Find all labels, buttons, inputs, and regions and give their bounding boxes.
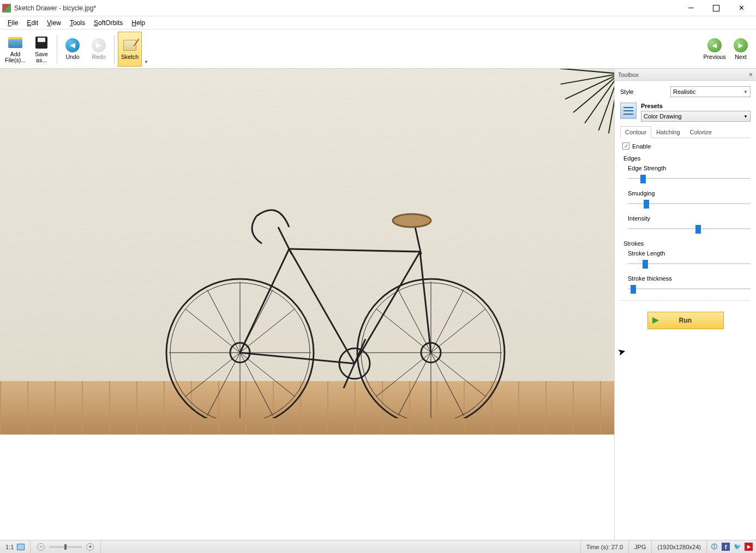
edges-group-label: Edges bbox=[620, 155, 751, 162]
svg-line-39 bbox=[431, 353, 464, 415]
svg-line-9 bbox=[240, 353, 355, 364]
presets-icon bbox=[620, 103, 637, 119]
previous-button[interactable]: ◄ Previous bbox=[703, 32, 727, 67]
svg-line-16 bbox=[185, 309, 240, 353]
next-icon: ► bbox=[734, 38, 748, 52]
tab-colorize[interactable]: Colorize bbox=[685, 126, 717, 138]
chevron-down-icon: ▼ bbox=[743, 114, 748, 119]
menu-edit[interactable]: Edit bbox=[22, 17, 43, 28]
svg-line-26 bbox=[207, 353, 240, 415]
youtube-icon[interactable]: ▶ bbox=[745, 543, 753, 551]
undo-button[interactable]: ◄ Undo bbox=[61, 32, 85, 67]
titlebar: Sketch Drawer - bicycle.jpg* bbox=[0, 0, 756, 16]
twitter-icon[interactable]: 🐦 bbox=[733, 543, 741, 551]
svg-line-12 bbox=[420, 252, 431, 353]
svg-line-27 bbox=[240, 353, 273, 415]
zoom-slider[interactable] bbox=[49, 546, 82, 548]
intensity-label: Intensity bbox=[628, 215, 751, 222]
svg-point-15 bbox=[393, 214, 431, 227]
menu-help[interactable]: Help bbox=[127, 17, 149, 28]
presets-select[interactable]: Color Drawing ▼ bbox=[641, 111, 751, 122]
style-select[interactable]: Realistic ▼ bbox=[670, 86, 751, 97]
zoom-out-button[interactable]: − bbox=[37, 543, 45, 551]
run-button[interactable]: Run bbox=[647, 312, 724, 329]
svg-line-14 bbox=[415, 224, 421, 254]
app-icon bbox=[2, 4, 11, 13]
sketch-button[interactable]: Sketch bbox=[118, 32, 142, 67]
svg-line-37 bbox=[431, 290, 464, 353]
maximize-button[interactable] bbox=[704, 1, 729, 16]
toolbox-header: Toolbox × bbox=[615, 69, 756, 81]
redo-icon: ► bbox=[92, 38, 106, 52]
svg-line-13 bbox=[278, 227, 292, 254]
menu-tools[interactable]: Tools bbox=[65, 17, 89, 28]
zoom-in-button[interactable]: + bbox=[86, 543, 94, 551]
intensity-slider[interactable] bbox=[628, 224, 751, 234]
run-arrow-icon bbox=[652, 316, 662, 325]
edge-strength-slider[interactable] bbox=[628, 174, 751, 183]
dims-cell: (1920x1280x24) bbox=[652, 540, 707, 553]
menu-view[interactable]: View bbox=[43, 17, 65, 28]
menu-softorbits[interactable]: SoftOrbits bbox=[89, 17, 127, 28]
sketch-dropdown[interactable]: ▼ bbox=[143, 32, 149, 67]
redo-button[interactable]: ► Redo bbox=[87, 32, 111, 67]
undo-icon: ◄ bbox=[65, 38, 80, 52]
window-controls bbox=[679, 1, 754, 16]
tab-contour[interactable]: Contour bbox=[620, 126, 651, 138]
menubar: File Edit View Tools SoftOrbits Help bbox=[0, 16, 756, 29]
tab-hatching[interactable]: Hatching bbox=[651, 126, 685, 138]
menu-file[interactable]: File bbox=[3, 17, 22, 28]
folder-icon bbox=[8, 37, 22, 48]
svg-line-29 bbox=[431, 309, 485, 353]
chevron-down-icon: ▼ bbox=[743, 90, 748, 94]
stroke-thickness-slider[interactable] bbox=[628, 284, 751, 294]
format-cell: JPG bbox=[629, 540, 652, 553]
svg-line-30 bbox=[376, 353, 431, 396]
fit-screen-icon[interactable] bbox=[17, 544, 25, 550]
zoom-ratio[interactable]: 1:1 bbox=[0, 540, 31, 553]
save-as-button[interactable]: Save as... bbox=[29, 32, 53, 67]
close-button[interactable] bbox=[729, 1, 754, 16]
info-icon[interactable]: ⓘ bbox=[710, 543, 718, 551]
svg-line-25 bbox=[240, 290, 273, 353]
toolbar: Add File(s)... Save as... ◄ Undo ► Redo … bbox=[0, 29, 756, 69]
next-button[interactable]: ► Next bbox=[729, 32, 753, 67]
smudging-slider[interactable] bbox=[628, 199, 751, 209]
stroke-length-slider[interactable] bbox=[628, 259, 751, 269]
time-cell: Time (s): 27.0 bbox=[581, 540, 629, 553]
plant bbox=[521, 74, 614, 183]
svg-line-17 bbox=[240, 309, 295, 353]
stroke-thickness-label: Stroke thickness bbox=[628, 275, 751, 282]
enable-label: Enable bbox=[632, 143, 651, 150]
svg-line-19 bbox=[240, 353, 295, 396]
svg-line-38 bbox=[398, 353, 431, 415]
svg-line-8 bbox=[289, 249, 420, 252]
stroke-length-label: Stroke Length bbox=[628, 250, 751, 257]
svg-line-18 bbox=[185, 353, 240, 396]
svg-line-31 bbox=[431, 353, 485, 396]
separator bbox=[114, 35, 115, 63]
toolbox-panel: Toolbox × Style Realistic ▼ Presets Colo… bbox=[614, 69, 756, 540]
tray-icons: ⓘ f 🐦 ▶ bbox=[707, 543, 756, 551]
svg-line-11 bbox=[355, 252, 420, 364]
svg-line-24 bbox=[207, 290, 240, 353]
toolbox-close-icon[interactable]: × bbox=[749, 71, 753, 79]
bicycle-sketch bbox=[147, 145, 518, 418]
save-icon bbox=[35, 37, 47, 49]
toolbox-body: Style Realistic ▼ Presets Color Drawing … bbox=[615, 81, 756, 540]
svg-line-7 bbox=[240, 249, 289, 353]
previous-icon: ◄ bbox=[707, 38, 722, 52]
minimize-button[interactable] bbox=[679, 1, 704, 16]
strokes-group-label: Strokes bbox=[620, 240, 751, 247]
enable-checkbox[interactable]: ✓ bbox=[622, 142, 629, 150]
nav-group: ◄ Previous ► Next bbox=[701, 32, 754, 67]
svg-line-10 bbox=[289, 249, 355, 364]
toolbox-title: Toolbox bbox=[618, 72, 639, 78]
canvas-image bbox=[0, 69, 614, 435]
add-files-button[interactable]: Add File(s)... bbox=[3, 32, 27, 67]
separator bbox=[57, 35, 57, 63]
zoom-controls: − + bbox=[31, 540, 101, 553]
window-title: Sketch Drawer - bicycle.jpg* bbox=[14, 4, 679, 12]
facebook-icon[interactable]: f bbox=[722, 543, 730, 551]
canvas-area[interactable] bbox=[0, 69, 614, 540]
